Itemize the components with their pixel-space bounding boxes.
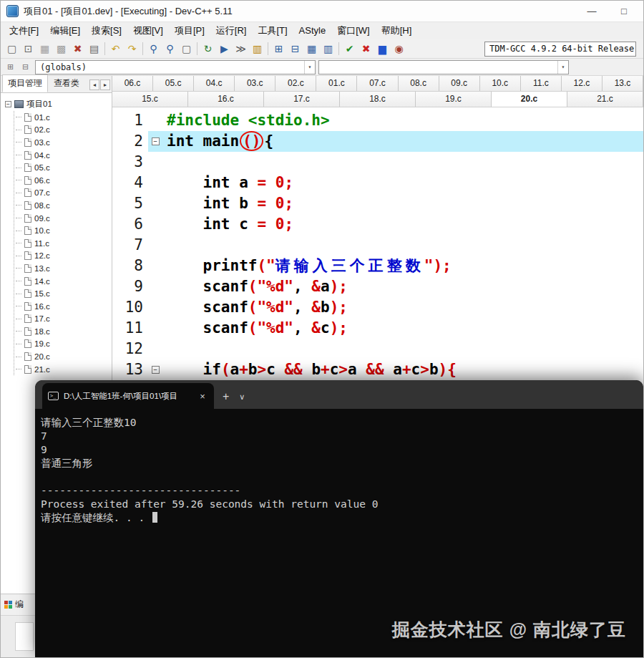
editor-tab-03.c[interactable]: 03.c bbox=[235, 76, 275, 91]
collapse-icon[interactable]: − bbox=[5, 101, 11, 107]
editor-tab-09.c[interactable]: 09.c bbox=[439, 76, 480, 91]
menu-help[interactable]: 帮助[H] bbox=[376, 22, 418, 39]
tree-item-06.c[interactable]: 06.c bbox=[14, 174, 110, 187]
tree-item-05.c[interactable]: 05.c bbox=[14, 161, 110, 174]
globals-select[interactable]: (globals) ▾ bbox=[35, 60, 316, 74]
tree-item-12.c[interactable]: 12.c bbox=[14, 250, 110, 263]
code-line-11[interactable]: 11 scanf("%d", &c); bbox=[112, 318, 643, 339]
tree-item-08.c[interactable]: 08.c bbox=[14, 199, 110, 212]
redo-icon[interactable]: ↷ bbox=[124, 41, 140, 57]
goto-definition-icon[interactable]: ⊟ bbox=[19, 61, 32, 74]
tree-item-13.c[interactable]: 13.c bbox=[14, 262, 110, 275]
tree-item-09.c[interactable]: 09.c bbox=[14, 212, 110, 225]
minimize-button[interactable]: — bbox=[578, 2, 605, 21]
abort-icon[interactable]: ✖ bbox=[358, 41, 374, 57]
run-icon[interactable]: ▶ bbox=[216, 41, 233, 57]
menu-view[interactable]: 视图[V] bbox=[127, 22, 169, 39]
fold-marker-icon[interactable]: − bbox=[152, 137, 160, 145]
rebuild-icon[interactable]: ▥ bbox=[249, 41, 265, 57]
tree-item-07.c[interactable]: 07.c bbox=[14, 187, 110, 200]
code-line-2[interactable]: 2−int main(){ bbox=[112, 131, 643, 152]
menu-run[interactable]: 运行[R] bbox=[210, 22, 253, 39]
tree-item-02.c[interactable]: 02.c bbox=[14, 124, 110, 137]
tab-scroll-left-icon[interactable]: ◂ bbox=[89, 79, 99, 90]
editor-tab-17.c[interactable]: 17.c bbox=[264, 92, 340, 107]
compile-icon[interactable]: ↻ bbox=[200, 41, 216, 57]
editor-tab-08.c[interactable]: 08.c bbox=[399, 76, 439, 91]
tab-class-view[interactable]: 查看类 bbox=[48, 74, 85, 92]
code-line-3[interactable]: 3 bbox=[112, 152, 643, 173]
code-line-1[interactable]: 1#include <stdio.h> bbox=[112, 110, 643, 131]
editor-tab-18.c[interactable]: 18.c bbox=[340, 92, 416, 107]
tree-item-19.c[interactable]: 19.c bbox=[14, 338, 110, 351]
view-report-icon[interactable]: ⊟ bbox=[287, 41, 303, 57]
open-file-icon[interactable]: ⊡ bbox=[20, 41, 36, 57]
tab-scroll-right-icon[interactable]: ▸ bbox=[100, 79, 110, 90]
tree-item-14.c[interactable]: 14.c bbox=[14, 275, 110, 288]
terminal-body[interactable]: 请输入三个正整数1079普通三角形-----------------------… bbox=[35, 409, 643, 525]
chevron-down-icon[interactable]: ▾ bbox=[557, 61, 568, 74]
save-icon[interactable]: ▦ bbox=[36, 41, 53, 57]
code-line-6[interactable]: 6 int c = 0; bbox=[112, 214, 643, 235]
menu-search[interactable]: 搜索[S] bbox=[86, 22, 127, 39]
editor-tab-21.c[interactable]: 21.c bbox=[567, 92, 643, 107]
compiler-select[interactable]: TDM-GCC 4.9.2 64-bit Release bbox=[484, 42, 636, 57]
goto-line-icon[interactable]: ▢ bbox=[178, 41, 195, 57]
syntax-check-icon[interactable]: ✔ bbox=[341, 41, 358, 57]
tree-item-20.c[interactable]: 20.c bbox=[14, 350, 110, 363]
code-line-7[interactable]: 7 bbox=[112, 235, 643, 256]
new-source-icon[interactable]: ▢ bbox=[4, 41, 20, 57]
tree-item-10.c[interactable]: 10.c bbox=[14, 224, 110, 237]
tree-item-16.c[interactable]: 16.c bbox=[14, 300, 110, 313]
profile-icon[interactable]: ▆ bbox=[374, 41, 391, 57]
tree-item-21.c[interactable]: 21.c bbox=[14, 363, 110, 376]
editor-tab-16.c[interactable]: 16.c bbox=[188, 92, 264, 107]
tab-project-manager[interactable]: 项目管理 bbox=[2, 74, 48, 92]
chevron-down-icon[interactable]: ∨ bbox=[239, 392, 245, 402]
tree-item-03.c[interactable]: 03.c bbox=[14, 136, 110, 149]
menu-astyle[interactable]: AStyle bbox=[293, 22, 332, 39]
tree-item-17.c[interactable]: 17.c bbox=[14, 313, 110, 326]
editor-tab-13.c[interactable]: 13.c bbox=[602, 76, 643, 91]
goto-declaration-icon[interactable]: ⊞ bbox=[4, 61, 17, 74]
tree-item-11.c[interactable]: 11.c bbox=[14, 237, 110, 250]
tree-item-18.c[interactable]: 18.c bbox=[14, 325, 110, 338]
terminal-tab[interactable]: >_ D:\人工智能1班-何\项目01\项目 × bbox=[42, 383, 214, 409]
compile-run-icon[interactable]: ≫ bbox=[233, 41, 249, 57]
tree-item-04.c[interactable]: 04.c bbox=[14, 149, 110, 162]
print-icon[interactable]: ▤ bbox=[86, 41, 102, 57]
code-line-4[interactable]: 4 int a = 0; bbox=[112, 173, 643, 193]
code-line-5[interactable]: 5 int b = 0; bbox=[112, 193, 643, 214]
menu-project[interactable]: 项目[P] bbox=[169, 22, 210, 39]
new-tab-button[interactable]: + bbox=[223, 390, 229, 403]
code-line-9[interactable]: 9 scanf("%d", &a); bbox=[112, 276, 643, 297]
editor-tab-05.c[interactable]: 05.c bbox=[153, 76, 194, 91]
view-statusbar-icon[interactable]: ▥ bbox=[320, 41, 336, 57]
undo-icon[interactable]: ↶ bbox=[107, 41, 124, 57]
tree-item-01.c[interactable]: 01.c bbox=[14, 111, 110, 124]
save-all-icon[interactable]: ▩ bbox=[53, 41, 69, 57]
editor-tab-11.c[interactable]: 11.c bbox=[521, 76, 562, 91]
editor-tab-19.c[interactable]: 19.c bbox=[416, 92, 492, 107]
editor-tab-01.c[interactable]: 01.c bbox=[316, 76, 357, 91]
menu-tools[interactable]: 工具[T] bbox=[252, 22, 293, 39]
project-root-node[interactable]: − 项目01 bbox=[5, 97, 110, 111]
code-line-8[interactable]: 8 printf("请输入三个正整数"); bbox=[112, 256, 643, 276]
fold-marker-icon[interactable]: − bbox=[152, 366, 160, 374]
members-select[interactable]: ▾ bbox=[318, 60, 569, 74]
menu-window[interactable]: 窗口[W] bbox=[331, 22, 376, 39]
maximize-button[interactable]: □ bbox=[610, 2, 638, 21]
profiling-delete-icon[interactable]: ◉ bbox=[391, 41, 407, 57]
chevron-down-icon[interactable]: ▾ bbox=[304, 61, 315, 74]
view-toolbars-icon[interactable]: ▦ bbox=[303, 41, 320, 57]
tree-item-15.c[interactable]: 15.c bbox=[14, 287, 110, 300]
view-project-icon[interactable]: ⊞ bbox=[270, 41, 287, 57]
editor-tab-04.c[interactable]: 04.c bbox=[194, 76, 235, 91]
editor-tab-15.c[interactable]: 15.c bbox=[112, 92, 188, 107]
close-icon[interactable]: × bbox=[197, 391, 208, 402]
code-line-10[interactable]: 10 scanf("%d", &b); bbox=[112, 297, 643, 318]
code-line-13[interactable]: 13− if(a+b>c && b+c>a && a+c>b){ bbox=[112, 359, 643, 380]
menu-file[interactable]: 文件[F] bbox=[4, 22, 44, 39]
editor-tab-20.c[interactable]: 20.c bbox=[492, 92, 567, 107]
menu-edit[interactable]: 编辑[E] bbox=[44, 22, 86, 39]
